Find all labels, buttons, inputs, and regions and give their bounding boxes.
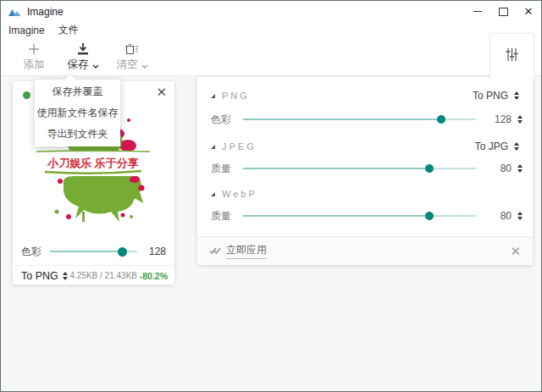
plus-icon [28, 41, 40, 55]
slider-label: 质量 [211, 209, 235, 224]
close-button[interactable]: ✕ [516, 1, 541, 22]
file-size-text: 4.25KB / 21.43KB [68, 271, 140, 280]
save-button[interactable]: 保存 [65, 41, 101, 72]
maximize-button[interactable] [490, 1, 516, 22]
window-controls: ✕ [465, 1, 541, 22]
close-icon: ✕ [524, 6, 534, 17]
section-name-png: PNG [222, 91, 250, 101]
add-button[interactable]: 添加 [16, 41, 52, 72]
jpeg-format-dropdown[interactable]: To JPG [475, 141, 519, 152]
value-stepper[interactable] [517, 115, 523, 124]
color-label: 色彩 [21, 245, 45, 259]
value-stepper[interactable] [517, 164, 523, 173]
section-name-jpeg: JPEG [222, 141, 257, 152]
slider-thumb[interactable] [425, 212, 434, 220]
menu-item-export-folder[interactable]: 导出到文件夹 [35, 124, 120, 145]
app-logo-icon [8, 7, 21, 17]
png-format-dropdown[interactable]: To PNG [473, 90, 519, 102]
section-name-webp: WebP [222, 189, 257, 199]
menu-item-save-new-name[interactable]: 使用新文件名保存 [35, 102, 120, 124]
slider-thumb[interactable] [425, 164, 434, 173]
save-label: 保存 [68, 58, 89, 72]
menubar: Imagine 文件 [1, 22, 541, 38]
titlebar: Imagine ✕ [1, 1, 541, 22]
menu-imagine[interactable]: Imagine [8, 25, 45, 36]
logo-text: 小刀娱乐 乐于分享 [47, 157, 139, 169]
card-footer: To PNG 4.25KB / 21.43KB -80.2% [21, 268, 168, 283]
updown-arrows-icon [514, 142, 519, 151]
webp-section-header[interactable]: WebP [211, 185, 519, 202]
menu-file[interactable]: 文件 [58, 23, 79, 37]
slider-label: 质量 [211, 162, 235, 176]
slider-value: 80 [489, 210, 512, 222]
jpeg-section-header[interactable]: JPEG To JPG [211, 138, 519, 155]
slider-thumb[interactable] [437, 115, 445, 124]
maximize-icon [499, 8, 508, 16]
jpeg-quality-slider[interactable] [243, 168, 476, 169]
card-color-slider[interactable] [50, 251, 137, 252]
collapse-caret-icon [211, 192, 215, 196]
app-window: Imagine ✕ Imagine 文件 添加 保存 清空 [0, 0, 542, 392]
toolbar: 添加 保存 清空 [1, 38, 541, 75]
savings-badge: -80.2% [140, 271, 168, 281]
card-color-slider-row: 色彩 128 [21, 244, 166, 259]
webp-quality-slider[interactable] [243, 215, 476, 217]
slider-thumb[interactable] [118, 247, 127, 257]
window-title: Imagine [27, 6, 64, 18]
slider-label: 色彩 [211, 113, 235, 127]
panel-close-icon[interactable]: ✕ [510, 245, 521, 257]
slider-value: 80 [489, 163, 512, 174]
png-section-header[interactable]: PNG To PNG [211, 87, 519, 104]
add-label: 添加 [24, 58, 45, 72]
slider-value: 128 [489, 113, 512, 125]
png-color-slider[interactable] [243, 119, 476, 120]
apply-now-button[interactable]: 立即应用 [209, 243, 267, 259]
download-icon [77, 41, 89, 55]
color-value: 128 [146, 246, 166, 257]
jpeg-quality-slider-row: 质量 80 [211, 160, 523, 177]
settings-panel: PNG To PNG 色彩 128 JPEG To JPG 质量 80 WebP… [197, 77, 533, 265]
collapse-caret-icon [211, 145, 215, 149]
settings-toggle-button[interactable] [489, 33, 534, 79]
menu-item-save-overwrite[interactable]: 保存并覆盖 [35, 81, 120, 102]
png-color-slider-row: 色彩 128 [211, 111, 523, 128]
divider [13, 265, 174, 266]
chevron-down-icon [141, 59, 148, 71]
panel-footer: 立即应用 ✕ [197, 236, 533, 265]
tune-sliders-icon [505, 47, 519, 65]
collapse-caret-icon [211, 94, 215, 98]
double-check-icon [209, 246, 221, 257]
clear-button[interactable]: 清空 [114, 41, 150, 72]
trash-icon [125, 41, 139, 55]
status-dot-icon [23, 91, 30, 99]
clear-label: 清空 [117, 58, 138, 72]
webp-quality-slider-row: 质量 80 [211, 207, 523, 224]
minimize-button[interactable] [465, 1, 490, 22]
minimize-icon [473, 11, 482, 12]
card-close-icon[interactable]: ✕ [156, 86, 167, 98]
card-format-dropdown[interactable]: To PNG [21, 270, 68, 282]
updown-arrows-icon [514, 91, 519, 100]
chevron-down-icon [92, 59, 99, 71]
value-stepper[interactable] [517, 212, 523, 220]
save-dropdown-menu: 保存并覆盖 使用新文件名保存 导出到文件夹 [35, 80, 120, 146]
